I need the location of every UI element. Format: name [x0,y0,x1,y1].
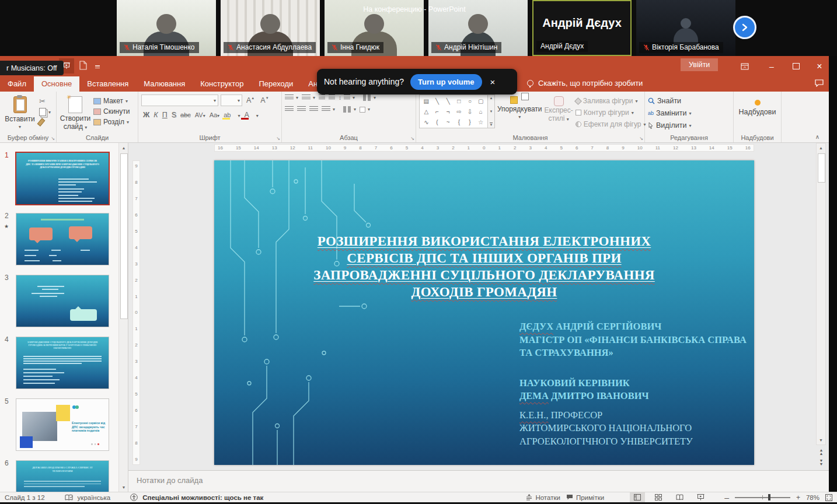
zoom-in-button[interactable]: + [796,494,800,502]
shape-glyph[interactable]: □ [457,98,461,104]
shape-glyph[interactable]: ☆ [478,119,483,125]
slide-thumbnail-4[interactable]: ЗАПРОВАДЖЕННЯ СУЦІЛЬНОГО ДЕКЛАРУВАННЯ ДО… [16,337,109,388]
scroll-down-icon[interactable]: ▼ [119,482,128,492]
shape-glyph[interactable]: ▢ [478,98,483,104]
numbering-button[interactable]: ▾ [302,94,315,101]
slide-title[interactable]: РОЗШИРЕННЯ ВИКОРИСТАННЯ ЕЛЕКТРОННИХ СЕРВ… [214,233,754,300]
comments-toggle-button[interactable]: Примітки [566,494,604,501]
shape-glyph[interactable]: ╲ [435,98,439,104]
close-button[interactable]: × [809,56,830,76]
smartart-button[interactable]: ▾ [360,107,370,113]
sign-in-button[interactable]: Увійти [681,58,718,71]
spell-check-icon[interactable] [65,494,73,501]
next-participants-button[interactable] [733,16,756,39]
shape-glyph[interactable]: ▤ [424,98,429,104]
bold-button[interactable]: Ж [141,110,151,120]
scroll-up-icon[interactable]: ▲ [119,143,128,152]
shape-glyph[interactable]: } [469,119,470,125]
dialog-launcher-icon[interactable]: ↘ [51,136,55,141]
strikethrough-button[interactable]: abc [179,111,193,119]
shape-glyph[interactable]: ∿ [424,119,428,125]
new-document-qat-button[interactable] [79,61,87,72]
scroll-down-icon[interactable]: ▼ [817,436,825,444]
reading-view-button[interactable] [672,492,687,502]
language-indicator[interactable]: українська [78,494,111,501]
shape-glyph[interactable]: ⌂ [479,108,483,115]
collapse-ribbon-icon[interactable]: ∧ [815,134,819,140]
tell-me-box[interactable]: Скажіть, що потрібно зробити [527,79,643,88]
tab-transitions[interactable]: Переходи [251,76,301,92]
font-color-button[interactable]: А▾ [242,110,260,120]
align-left-button[interactable] [285,106,294,113]
shapes-gallery[interactable]: ▤╲╲□○▢△⌐¬⇨⇩⌂∿(~{}☆ [419,94,488,128]
decrease-font-button[interactable]: А▼ [259,96,270,105]
underline-button[interactable]: П [161,110,169,120]
slide-thumbnail-6[interactable]: ДЕРЖАВНА ПОДАТКОВА СЛУЖБА СПРИЯЄ ІТ ТЕХН… [16,461,109,492]
shape-glyph[interactable]: ╲ [447,98,450,104]
notes-toggle-button[interactable]: Нотатки [526,494,560,501]
highlight-color-button[interactable]: ab▾ [222,111,242,119]
find-button[interactable]: Знайти [648,97,692,105]
vertical-ruler[interactable]: 9876543210123456789 [132,160,140,465]
scroll-up-icon[interactable]: ▲ [817,144,825,152]
slide-sorter-view-button[interactable] [651,492,666,502]
tab-home[interactable]: Основне [34,76,79,92]
notes-pane[interactable]: Нотатки до слайда [128,470,829,492]
slideshow-view-button[interactable] [693,492,708,502]
next-slide-button[interactable]: ▼▼ [817,459,825,466]
zoom-percentage[interactable]: 78% [806,494,819,501]
shape-glyph[interactable]: ( [436,119,438,125]
bullets-button[interactable]: ▾ [285,94,298,101]
dialog-launcher-icon[interactable]: ↘ [410,136,414,141]
zoom-slider[interactable] [735,497,790,498]
shape-effects-button[interactable]: Ефекти для фігур▾ [576,120,646,128]
normal-view-button[interactable] [630,492,645,502]
slide-canvas[interactable]: РОЗШИРЕННЯ ВИКОРИСТАННЯ ЕЛЕКТРОННИХ СЕРВ… [214,160,754,465]
italic-button[interactable]: К [152,110,159,120]
accessibility-status[interactable]: Спеціальні можливості: щось не так [142,494,263,501]
shape-fill-button[interactable]: Заливка фігури▾ [576,97,646,105]
accessibility-icon[interactable] [130,494,138,501]
align-right-button[interactable] [309,106,318,113]
dialog-launcher-icon[interactable]: ↘ [276,136,280,141]
shapes-gallery-scrollbar[interactable]: ▲▼▼ [488,94,495,128]
tab-draw[interactable]: Малювання [136,76,193,92]
minimize-button[interactable]: – [761,56,782,76]
tab-insert[interactable]: Вставлення [79,76,136,92]
shape-glyph[interactable]: { [458,119,460,125]
replace-button[interactable]: ab Замінити▾ [648,109,692,117]
shape-glyph[interactable]: ~ [447,119,450,125]
shape-glyph[interactable]: ¬ [447,108,450,115]
scrollbar-thumb[interactable] [818,153,825,183]
font-name-combobox[interactable]: ▾ [141,94,218,106]
customize-qat-button[interactable] [95,65,100,69]
increase-font-button[interactable]: А▲ [245,96,256,105]
select-button[interactable]: Виділити▾ [648,121,692,130]
zoom-out-button[interactable]: – [724,493,729,502]
justify-button[interactable]: ▾ [322,106,335,113]
zoom-slider-thumb[interactable] [768,494,770,501]
new-slide-button[interactable]: Створити слайд ▾ [60,94,91,133]
shape-glyph[interactable]: △ [424,108,428,115]
slide-thumbnail-5[interactable]: Електронні сервіси від ДПС заощаджують ч… [16,399,109,450]
horizontal-ruler[interactable]: 1615141312111098765432101234567891011121… [214,144,754,152]
turn-up-volume-button[interactable]: Turn up volume [410,74,482,90]
fit-to-window-icon[interactable] [825,494,832,501]
tab-file[interactable]: Файл [0,76,34,92]
shape-glyph[interactable]: ⇨ [456,108,461,115]
main-vertical-scrollbar[interactable]: ▲ ▼ [816,143,826,445]
addins-button[interactable]: Надбудови [737,108,778,116]
close-notification-icon[interactable]: × [490,77,496,87]
increase-indent-button[interactable] [329,94,335,101]
slide-thumbnail-3[interactable] [16,275,109,327]
columns-button[interactable]: ▾ [343,106,356,113]
slide-thumbnail-2[interactable] [16,214,109,265]
font-size-combobox[interactable]: ▾ [221,94,242,106]
paste-button[interactable]: Вставити ▾ [3,94,37,133]
dialog-launcher-icon[interactable]: ↘ [639,136,643,141]
shape-glyph[interactable]: ⇩ [468,108,472,115]
section-button[interactable]: Розділ▾ [93,118,130,126]
quick-styles-button[interactable]: Експрес- стилі ▾ [545,94,573,133]
text-shadow-button[interactable]: S [170,110,178,120]
comments-share-button[interactable] [815,79,824,89]
